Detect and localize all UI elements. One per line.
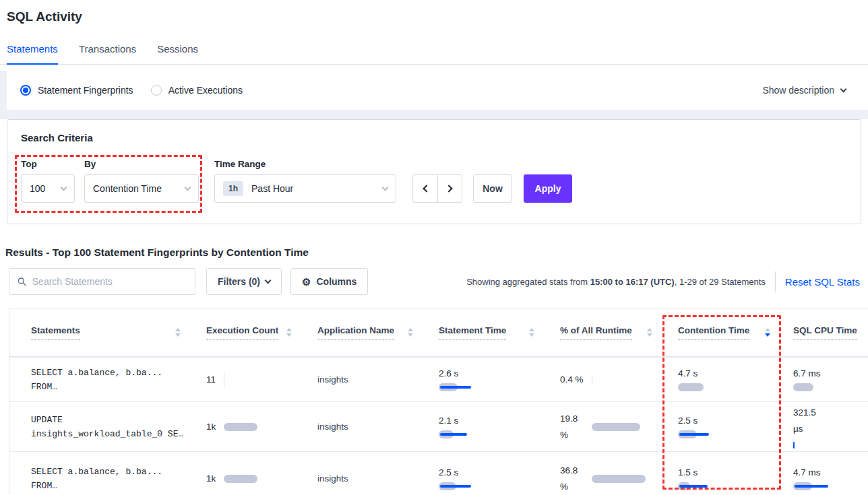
- time-range-field: Time Range 1h Past Hour: [199, 159, 396, 203]
- column-header-runtime-pct[interactable]: % of All Runtime: [547, 325, 664, 340]
- radio-statement-fingerprints[interactable]: Statement Fingerprints: [20, 85, 133, 96]
- statements-table: Statements Execution Count Application N…: [9, 308, 868, 495]
- reset-sql-stats-link[interactable]: Reset SQL Stats: [785, 276, 860, 288]
- top-field: Top 100: [21, 159, 75, 203]
- tab-transactions[interactable]: Transactions: [79, 43, 136, 64]
- runtime-pct-bar: [592, 375, 592, 385]
- contention-time-bar: [678, 383, 752, 391]
- top-select[interactable]: 100: [21, 174, 75, 203]
- statement-time-bar: [439, 482, 513, 490]
- time-range-select[interactable]: 1h Past Hour: [214, 174, 396, 203]
- chevron-down-icon: [185, 185, 191, 191]
- tabs: Statements Transactions Sessions: [0, 43, 868, 65]
- table-row[interactable]: UPDATE insights_workload_table_0 SE… 1k …: [9, 401, 868, 451]
- statement-time-cell: 2.6 s: [425, 358, 547, 401]
- statement-time-bar: [439, 383, 513, 391]
- top-select-value: 100: [30, 183, 45, 194]
- sql-cpu-time-cell: 321.5 µs: [782, 402, 868, 451]
- show-description-toggle[interactable]: Show description: [762, 85, 846, 96]
- page-header: SQL Activity: [0, 0, 868, 24]
- search-statements-input[interactable]: [32, 276, 187, 287]
- chevron-down-icon: [382, 185, 389, 191]
- runtime-pct-cell: 19.8 %: [547, 402, 664, 451]
- column-header-execution-count[interactable]: Execution Count: [193, 325, 304, 340]
- search-criteria-row: Top 100 By Contention Time Time Range 1h…: [21, 159, 847, 203]
- tab-sessions[interactable]: Sessions: [157, 43, 198, 64]
- execution-count-bar: [224, 475, 264, 483]
- prev-interval-button[interactable]: [413, 175, 437, 202]
- statement-cell[interactable]: SELECT a.balance, b.ba... FROM…: [9, 358, 193, 401]
- column-header-statements[interactable]: Statements: [9, 325, 193, 340]
- by-select[interactable]: Contention Time: [84, 174, 199, 203]
- columns-button[interactable]: ⚙ Columns: [290, 268, 368, 295]
- contention-time-bar: [678, 430, 752, 438]
- runtime-pct-cell: 36.8 %: [547, 452, 664, 495]
- chevron-right-icon: [445, 185, 452, 192]
- contention-time-cell: 2.5 s: [664, 402, 782, 451]
- runtime-pct-bar: [592, 475, 664, 483]
- now-button[interactable]: Now: [473, 174, 512, 203]
- statement-cell[interactable]: SELECT a.balance, b.ba... FROM…: [9, 452, 193, 495]
- view-toggle-bar: Statement Fingerprints Active Executions…: [7, 71, 868, 110]
- chevron-down-icon: [61, 185, 67, 191]
- show-description-label: Show description: [762, 85, 834, 96]
- time-range-nav: [412, 174, 462, 203]
- contention-time-cell: 1.5 s: [664, 452, 782, 495]
- by-select-value: Contention Time: [93, 183, 162, 194]
- sql-cpu-time-bar: [793, 383, 867, 391]
- filters-label: Filters (0): [218, 276, 260, 287]
- radio-selected-icon[interactable]: [20, 85, 31, 96]
- sort-icon: [647, 328, 652, 337]
- chevron-left-icon: [423, 185, 430, 192]
- columns-label: Columns: [316, 276, 356, 287]
- radio-active-executions[interactable]: Active Executions: [151, 85, 243, 96]
- radio-unselected-icon[interactable]: [151, 85, 162, 96]
- statement-cell[interactable]: UPDATE insights_workload_table_0 SE…: [9, 402, 193, 451]
- statement-time-cell: 2.1 s: [425, 402, 547, 451]
- sql-cpu-time-cell: 4.7 ms: [782, 452, 868, 495]
- column-header-sql-cpu-time[interactable]: SQL CPU Time: [782, 325, 868, 340]
- stats-time-range: 15:00 to 16:17 (UTC): [590, 277, 675, 287]
- next-interval-button[interactable]: [437, 175, 462, 202]
- runtime-pct-bar: [592, 423, 664, 431]
- by-label: By: [84, 159, 199, 169]
- column-header-contention-time[interactable]: Contention Time: [664, 325, 782, 340]
- apply-button[interactable]: Apply: [524, 174, 572, 203]
- view-toggle-band: Statement Fingerprints Active Executions…: [0, 71, 868, 119]
- sort-icon: [175, 328, 181, 337]
- application-name-cell: insights: [304, 358, 425, 401]
- column-header-application-name[interactable]: Application Name: [304, 325, 425, 340]
- column-header-statement-time[interactable]: Statement Time: [425, 325, 547, 340]
- search-statements-box[interactable]: [9, 268, 195, 295]
- table-row[interactable]: SELECT a.balance, b.ba... FROM… 1k insig…: [9, 451, 868, 495]
- execution-count-bar: [224, 423, 264, 431]
- contention-time-cell: 4.7 s: [664, 358, 782, 401]
- sort-icon: [286, 328, 292, 337]
- radio-label: Statement Fingerprints: [38, 85, 133, 96]
- execution-count-cell: 1k: [193, 452, 304, 495]
- table-row[interactable]: SELECT a.balance, b.ba... FROM… 11 insig…: [9, 357, 868, 401]
- radio-label: Active Executions: [168, 85, 243, 96]
- results-heading: Results - Top 100 Statement Fingerprints…: [5, 246, 868, 259]
- time-range-badge: 1h: [223, 181, 243, 196]
- application-name-cell: insights: [304, 452, 425, 495]
- top-label: Top: [21, 159, 75, 169]
- statement-time-cell: 2.5 s: [425, 452, 547, 495]
- sql-cpu-time-bar: [793, 482, 867, 490]
- filters-button[interactable]: Filters (0): [206, 268, 282, 295]
- execution-count-bar: [224, 372, 224, 387]
- by-field: By Contention Time: [75, 159, 199, 203]
- sql-cpu-time-bar: [793, 442, 795, 449]
- search-criteria-heading: Search Criteria: [21, 132, 847, 143]
- gear-icon: ⚙: [302, 277, 311, 287]
- sort-icon-active: [765, 328, 770, 337]
- sql-cpu-time-cell: 6.7 ms: [782, 358, 868, 401]
- time-range-value: Past Hour: [251, 183, 293, 194]
- sort-icon: [529, 328, 534, 337]
- contention-time-bar: [678, 482, 752, 490]
- search-criteria-card: Search Criteria Top 100 By Contention Ti…: [7, 119, 861, 224]
- execution-count-cell: 11: [193, 358, 304, 401]
- tab-statements[interactable]: Statements: [7, 43, 58, 65]
- application-name-cell: insights: [304, 402, 425, 451]
- results-toolbar: Filters (0) ⚙ Columns Showing aggregated…: [9, 268, 861, 295]
